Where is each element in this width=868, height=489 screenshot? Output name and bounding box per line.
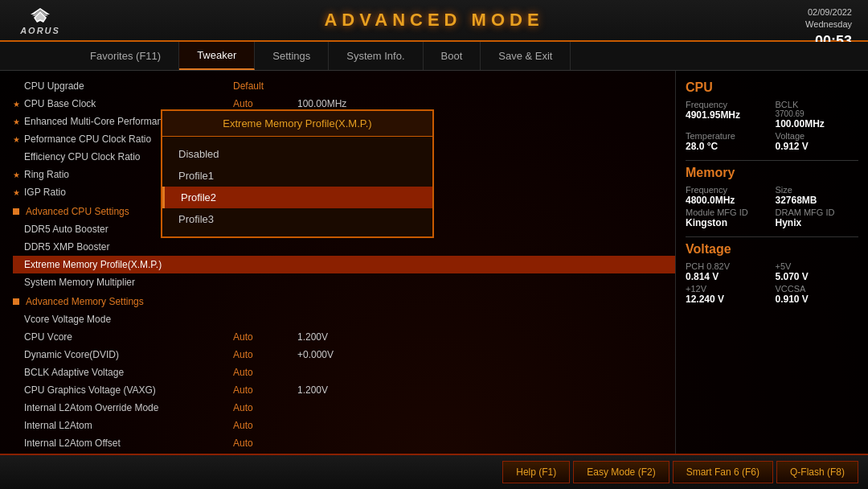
- cpu-volt-label: Voltage: [776, 131, 859, 141]
- cpu-section-title: CPU: [686, 80, 858, 95]
- nav-boot[interactable]: Boot: [424, 42, 481, 70]
- setting-name-ddr5-xmp: DDR5 XMP Booster: [24, 241, 233, 253]
- section-bullet-2: [13, 298, 19, 305]
- setting-row-l2atom-offset[interactable]: Internal L2Atom Offset Auto: [13, 434, 675, 452]
- aorus-eagle-icon: [27, 6, 53, 26]
- star-dvid: [13, 351, 24, 360]
- voltage-section-title: Voltage: [686, 242, 858, 257]
- setting-row-ddr5-xmp[interactable]: DDR5 XMP Booster: [13, 238, 675, 256]
- nav-favorites[interactable]: Favorites (F11): [72, 42, 179, 70]
- cpu-temp-value: 28.0 °C: [686, 141, 769, 152]
- setting-val-bclk-adaptive: Auto: [233, 367, 297, 378]
- mem-dram-value: Hynix: [776, 217, 859, 228]
- setting-name-l2atom-offset: Internal L2Atom Offset: [24, 438, 233, 449]
- aorus-brand-text: AORUS: [20, 26, 60, 35]
- volt-vccsa-label: VCCSA: [776, 284, 859, 294]
- setting-val-cpu-upgrade: Default: [233, 80, 297, 92]
- section-advanced-memory[interactable]: Advanced Memory Settings: [13, 293, 675, 310]
- star-l2atom-mode: [13, 404, 24, 413]
- mem-freq-label: Frequency: [686, 185, 769, 195]
- setting-name-vcore-mode: Vcore Voltage Mode: [24, 314, 233, 325]
- section-bullet-1: [13, 208, 19, 215]
- setting-row-l2atom-mode[interactable]: Internal L2Atom Override Mode Auto: [13, 399, 675, 417]
- setting-row-vcore-mode[interactable]: Vcore Voltage Mode: [13, 310, 675, 328]
- setting-val-l2atom-mode: Auto: [233, 402, 297, 413]
- star-icon-6: ★: [13, 171, 24, 179]
- dropdown-item-disabled[interactable]: Disabled: [162, 143, 432, 165]
- mem-size-label: Size: [776, 185, 859, 195]
- dropdown-items: Disabled Profile1 Profile2 Profile3: [162, 137, 432, 236]
- star-l2atom-offset: [13, 439, 24, 448]
- nav-settings[interactable]: Settings: [255, 42, 329, 70]
- easy-mode-button[interactable]: Easy Mode (F2): [573, 461, 669, 483]
- setting-val-l2atom: Auto: [233, 420, 297, 431]
- cpu-temp-label: Temperature: [686, 131, 769, 141]
- setting-val2-vaxg: 1.200V: [297, 384, 362, 396]
- page-title: ADVANCED MODE: [324, 10, 543, 31]
- setting-row-l2atom[interactable]: Internal L2Atom Auto: [13, 417, 675, 434]
- setting-val2-dvid: +0.000V: [297, 349, 362, 360]
- setting-row-sys-mem-mult[interactable]: System Memory Multiplier: [13, 273, 675, 291]
- cpu-bclk-value: 100.00MHz: [776, 118, 859, 129]
- star-vaxg: [13, 386, 24, 395]
- memory-info-grid: Frequency 4800.0MHz Size 32768MB Module …: [686, 185, 858, 228]
- setting-row-cpu-vcore[interactable]: CPU Vcore Auto 1.200V: [13, 328, 675, 346]
- star-icon-1: [13, 82, 24, 91]
- navbar: Favorites (F11) Tweaker Settings System …: [0, 42, 868, 71]
- volt-5v-value: 5.070 V: [776, 271, 859, 282]
- info-panel: CPU Frequency 4901.95MHz BCLK 3700.69 10…: [675, 71, 868, 454]
- aorus-logo: AORUS: [8, 3, 72, 39]
- setting-name-cpu-base-clock: CPU Base Clock: [24, 98, 233, 109]
- setting-row-dvid[interactable]: Dynamic Vcore(DVID) Auto +0.000V: [13, 346, 675, 364]
- star-icon-7: ★: [13, 188, 24, 197]
- star-icon-5: [13, 153, 24, 162]
- star-xmp: [13, 261, 24, 269]
- setting-val-cpu-base-clock: Auto: [233, 98, 297, 109]
- day-text: Wednesday: [805, 18, 852, 31]
- setting-name-dvid: Dynamic Vcore(DVID): [24, 349, 233, 360]
- star-icon-3: ★: [13, 117, 24, 126]
- star-icon-2: ★: [13, 100, 24, 109]
- mem-freq-value: 4800.0MHz: [686, 195, 769, 206]
- section-label-2: Advanced Memory Settings: [26, 296, 144, 307]
- voltage-info-grid: PCH 0.82V 0.814 V +5V 5.070 V +12V 12.24…: [686, 261, 858, 305]
- setting-name-bclk-adaptive: BCLK Adaptive Voltage: [24, 367, 233, 378]
- setting-row-vaxg[interactable]: CPU Graphics Voltage (VAXG) Auto 1.200V: [13, 381, 675, 399]
- help-button[interactable]: Help (F1): [502, 461, 570, 483]
- nav-system-info[interactable]: System Info.: [329, 42, 423, 70]
- cpu-bclk-label: BCLK: [776, 100, 859, 109]
- memory-section-title: Memory: [686, 166, 858, 180]
- dropdown-item-profile3[interactable]: Profile3: [162, 208, 432, 230]
- smart-fan-button[interactable]: Smart Fan 6 (F6): [673, 461, 773, 483]
- cpu-volt-value: 0.912 V: [776, 141, 859, 152]
- volt-12v-label: +12V: [686, 284, 769, 294]
- cpu-freq-label: Frequency: [686, 100, 769, 109]
- setting-name-cpu-upgrade: CPU Upgrade: [24, 80, 233, 92]
- mem-module-value: Kingston: [686, 217, 769, 228]
- qflash-button[interactable]: Q-Flash (F8): [776, 461, 858, 483]
- nav-save-exit[interactable]: Save & Exit: [481, 42, 571, 70]
- cpu-freq-value: 4901.95MHz: [686, 109, 769, 121]
- divider-1: [686, 160, 858, 161]
- xmp-dropdown: Extreme Memory Profile(X.M.P.) Disabled …: [161, 109, 434, 238]
- bottom-toolbar: Help (F1) Easy Mode (F2) Smart Fan 6 (F6…: [0, 454, 868, 489]
- setting-name-vaxg: CPU Graphics Voltage (VAXG): [24, 384, 233, 396]
- section-label-1: Advanced CPU Settings: [26, 206, 129, 217]
- date-text: 02/09/2022: [805, 6, 852, 18]
- nav-tweaker[interactable]: Tweaker: [179, 42, 255, 70]
- setting-row-xmp[interactable]: Extreme Memory Profile(X.M.P.): [13, 256, 675, 273]
- dropdown-item-profile1[interactable]: Profile1: [162, 165, 432, 187]
- mem-module-label: Module MFG ID: [686, 208, 769, 217]
- setting-row-bclk-adaptive[interactable]: BCLK Adaptive Voltage Auto: [13, 364, 675, 381]
- volt-12v-value: 12.240 V: [686, 294, 769, 305]
- volt-pch-value: 0.814 V: [686, 271, 769, 282]
- dropdown-item-profile2[interactable]: Profile2: [162, 187, 432, 208]
- mem-dram-label: DRAM MFG ID: [776, 208, 859, 217]
- star-bclk-adaptive: [13, 368, 24, 377]
- cpu-info-grid: Frequency 4901.95MHz BCLK 3700.69 100.00…: [686, 100, 858, 152]
- volt-5v-label: +5V: [776, 261, 859, 271]
- setting-val2-cpu-vcore: 1.200V: [297, 331, 362, 343]
- setting-val-dvid: Auto: [233, 349, 297, 360]
- setting-row-cpu-upgrade[interactable]: CPU Upgrade Default: [13, 77, 675, 95]
- setting-val2-cpu-base-clock: 100.00MHz: [297, 98, 362, 109]
